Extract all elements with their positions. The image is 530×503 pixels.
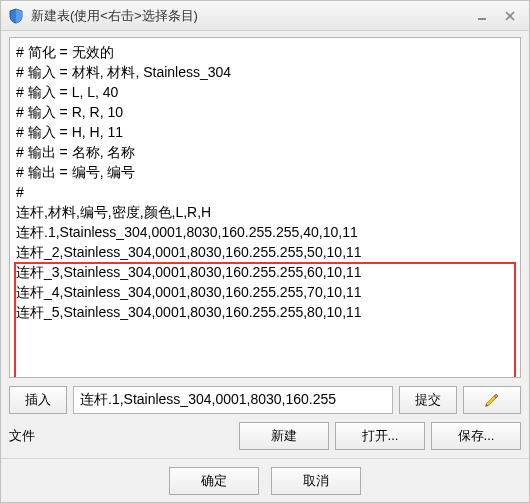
insert-row: 插入 提交	[9, 386, 521, 414]
minimize-button[interactable]	[469, 7, 495, 25]
dialog-window: 新建表(使用<右击>选择条目) # 简化 = 无效的 # 输入 = 材料, 材料…	[0, 0, 530, 503]
table-text-area[interactable]: # 简化 = 无效的 # 输入 = 材料, 材料, Stainless_304 …	[9, 37, 521, 378]
svg-rect-0	[478, 18, 486, 20]
text-line: #	[16, 182, 514, 202]
text-line: # 输出 = 名称, 名称	[16, 142, 514, 162]
text-line: # 简化 = 无效的	[16, 42, 514, 62]
text-line: 连杆_4,Stainless_304,0001,8030,160.255.255…	[16, 282, 514, 302]
ok-button[interactable]: 确定	[169, 467, 259, 495]
edit-button[interactable]	[463, 386, 521, 414]
dialog-buttons: 确定 取消	[1, 458, 529, 502]
open-button[interactable]: 打开...	[335, 422, 425, 450]
app-icon	[7, 7, 25, 25]
pencil-icon	[484, 392, 500, 408]
close-button[interactable]	[497, 7, 523, 25]
text-line: # 输入 = H, H, 11	[16, 122, 514, 142]
text-line: 连杆_2,Stainless_304,0001,8030,160.255.255…	[16, 242, 514, 262]
cancel-button[interactable]: 取消	[271, 467, 361, 495]
insert-button[interactable]: 插入	[9, 386, 67, 414]
text-line: # 输出 = 编号, 编号	[16, 162, 514, 182]
text-line: # 输入 = R, R, 10	[16, 102, 514, 122]
submit-button[interactable]: 提交	[399, 386, 457, 414]
content-area: # 简化 = 无效的 # 输入 = 材料, 材料, Stainless_304 …	[1, 31, 529, 458]
file-label: 文件	[9, 427, 59, 445]
window-title: 新建表(使用<右击>选择条目)	[31, 7, 467, 25]
file-row: 文件 新建 打开... 保存...	[9, 422, 521, 450]
save-button[interactable]: 保存...	[431, 422, 521, 450]
new-button[interactable]: 新建	[239, 422, 329, 450]
titlebar: 新建表(使用<右击>选择条目)	[1, 1, 529, 31]
text-line: 连杆_5,Stainless_304,0001,8030,160.255.255…	[16, 302, 514, 322]
text-line: 连杆.1,Stainless_304,0001,8030,160.255.255…	[16, 222, 514, 242]
text-line: 连杆,材料,编号,密度,颜色,L,R,H	[16, 202, 514, 222]
text-line: # 输入 = L, L, 40	[16, 82, 514, 102]
text-line: # 输入 = 材料, 材料, Stainless_304	[16, 62, 514, 82]
entry-input[interactable]	[73, 386, 393, 414]
text-line: 连杆_3,Stainless_304,0001,8030,160.255.255…	[16, 262, 514, 282]
